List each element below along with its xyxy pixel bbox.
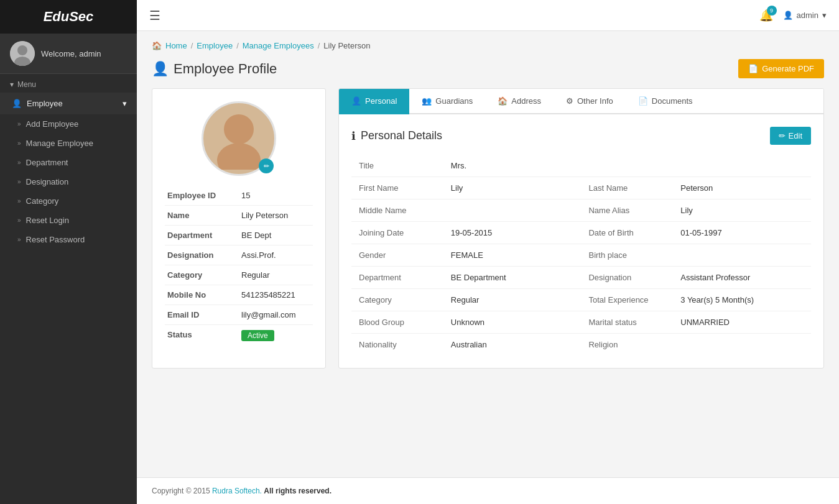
category-label: Category — [165, 265, 239, 285]
sidebar: EduSec Welcome, admin ▾ Menu 👤Employee ▾… — [0, 0, 137, 504]
tab-title: ℹ Personal Details — [351, 129, 442, 143]
category-value: Regular — [239, 265, 313, 285]
svg-point-4 — [217, 143, 261, 170]
pdf-icon: 📄 — [748, 64, 758, 73]
col1-value: FEMALE — [443, 244, 582, 267]
avatar — [10, 41, 35, 66]
col1-label: Category — [351, 289, 443, 311]
designation-value: Assi.Prof. — [239, 245, 313, 265]
col2-value: Assistant Professor — [673, 267, 811, 289]
chevron-down-icon: ▾ — [822, 11, 827, 20]
col1-value: Australian — [443, 334, 582, 356]
personal-icon: 👤 — [351, 96, 361, 106]
hamburger-button[interactable]: ☰ — [149, 8, 160, 23]
notification-badge: 9 — [767, 6, 777, 16]
admin-label: admin — [797, 11, 818, 20]
sidebar-item-designation[interactable]: » Designation — [0, 172, 137, 191]
sidebar-item-department[interactable]: » Department — [0, 153, 137, 172]
col1-label: Joining Date — [351, 222, 443, 244]
table-row: Nationality Australian Religion — [351, 334, 811, 356]
breadcrumb-home-icon: 🏠 — [152, 41, 162, 50]
col1-value: 19-05-2015 — [443, 222, 582, 244]
department-value: BE Dept — [239, 226, 313, 245]
content-area: 🏠 Home / Employee / Manage Employees / L… — [137, 31, 839, 477]
profile-left-card: ✏ Employee ID 15 Name Lily Peterson Depa… — [152, 88, 326, 369]
breadcrumb-current: Lily Peterson — [323, 41, 370, 50]
topbar-right: 🔔 9 👤 admin ▾ — [759, 9, 827, 22]
profile-section: ✏ Employee ID 15 Name Lily Peterson Depa… — [152, 88, 824, 369]
designation-label: Designation — [165, 245, 239, 265]
tab-title-row: ℹ Personal Details ✏ Edit — [351, 127, 811, 145]
col1-label: Gender — [351, 244, 443, 267]
nav-group-employee: 👤Employee ▾ » Add Employee » Manage Empl… — [0, 93, 137, 249]
col2-value — [673, 334, 811, 356]
col2-label: Date of Birth — [581, 222, 673, 244]
generate-pdf-button[interactable]: 📄 Generate PDF — [738, 59, 824, 78]
col2-value: Peterson — [673, 177, 811, 199]
status-cell: Active — [239, 325, 313, 347]
user-icon: 👤 — [152, 61, 169, 77]
footer-company-link[interactable]: Rudra Softech. — [212, 487, 262, 495]
documents-icon: 📄 — [638, 96, 648, 106]
tab-other-info[interactable]: ⚙ Other Info — [554, 89, 626, 114]
photo-edit-button[interactable]: ✏ — [259, 158, 274, 173]
sidebar-item-reset-password[interactable]: » Reset Password — [0, 230, 137, 249]
footer: Copyright © 2015 Rudra Softech. All righ… — [137, 477, 839, 504]
breadcrumb-sep2: / — [236, 41, 239, 50]
notification-bell[interactable]: 🔔 9 — [759, 9, 773, 22]
col2-value: 3 Year(s) 5 Month(s) — [673, 289, 811, 311]
breadcrumb-employee-link[interactable]: Employee — [197, 41, 233, 50]
col2-label: Marital status — [581, 311, 673, 334]
department-label: Department — [165, 226, 239, 245]
table-row: Category Regular Total Experience 3 Year… — [351, 289, 811, 311]
footer-text: Copyright © 2015 — [152, 487, 210, 495]
edit-button[interactable]: ✏ Edit — [770, 127, 811, 145]
guardians-icon: 👥 — [422, 96, 432, 106]
address-icon: 🏠 — [498, 96, 508, 106]
col2-value — [673, 155, 811, 177]
tab-personal[interactable]: 👤 Personal — [339, 89, 409, 114]
table-row: First Name Lily Last Name Peterson — [351, 177, 811, 199]
main-area: ☰ 🔔 9 👤 admin ▾ 🏠 Home / Employee / Mana… — [137, 0, 839, 504]
col2-label: Name Alias — [581, 199, 673, 222]
tab-content-personal: ℹ Personal Details ✏ Edit Title Mrs. Fir… — [339, 114, 823, 368]
page-title: 👤 Employee Profile — [152, 61, 277, 77]
breadcrumb-sep1: / — [191, 41, 193, 50]
email-label: Email ID — [165, 305, 239, 325]
table-row: Designation Assi.Prof. — [165, 245, 313, 265]
tab-guardians[interactable]: 👥 Guardians — [409, 89, 485, 114]
email-value: lily@gmail.com — [239, 305, 313, 325]
sidebar-item-reset-login[interactable]: » Reset Login — [0, 211, 137, 230]
col2-label: Last Name — [581, 177, 673, 199]
breadcrumb-home-link[interactable]: Home — [165, 41, 187, 50]
table-row: Title Mrs. — [351, 155, 811, 177]
sidebar-item-category[interactable]: » Category — [0, 191, 137, 211]
table-row: Joining Date 19-05-2015 Date of Birth 01… — [351, 222, 811, 244]
nav-group-employee-header[interactable]: 👤Employee ▾ — [0, 93, 137, 114]
status-label: Status — [165, 325, 239, 347]
col1-value: Unknown — [443, 311, 582, 334]
col1-value — [443, 199, 582, 222]
admin-menu[interactable]: 👤 admin ▾ — [783, 11, 827, 20]
col2-label: Birth place — [581, 244, 673, 267]
name-label: Name — [165, 206, 239, 226]
table-row: Gender FEMALE Birth place — [351, 244, 811, 267]
table-row: Email ID lily@gmail.com — [165, 305, 313, 325]
table-row: Blood Group Unknown Marital status UNMAR… — [351, 311, 811, 334]
footer-rights: All rights reserved. — [264, 487, 331, 495]
tab-address[interactable]: 🏠 Address — [485, 89, 554, 114]
table-row: Department BE Department Designation Ass… — [351, 267, 811, 289]
table-row: Middle Name Name Alias Lily — [351, 199, 811, 222]
breadcrumb: 🏠 Home / Employee / Manage Employees / L… — [152, 41, 824, 50]
sidebar-item-manage-employee[interactable]: » Manage Employee — [0, 134, 137, 153]
status-badge: Active — [241, 330, 274, 341]
col1-label: Blood Group — [351, 311, 443, 334]
table-row: Mobile No 541235485221 — [165, 285, 313, 305]
col1-label: Department — [351, 267, 443, 289]
sidebar-item-add-employee[interactable]: » Add Employee — [0, 114, 137, 134]
tab-documents[interactable]: 📄 Documents — [626, 89, 705, 114]
table-row: Employee ID 15 — [165, 186, 313, 206]
col2-label: Designation — [581, 267, 673, 289]
col2-label — [581, 155, 673, 177]
breadcrumb-manage-employees-link[interactable]: Manage Employees — [243, 41, 314, 50]
